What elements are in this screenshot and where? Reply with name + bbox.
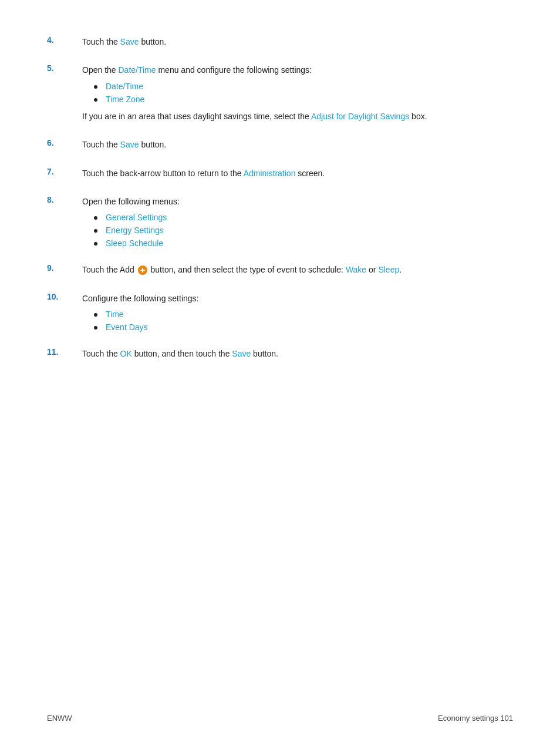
time-bullet-text: Time — [106, 310, 124, 319]
step-11: 11. Touch the OK button, and then touch … — [47, 347, 458, 365]
step-number-5: 5. — [47, 63, 82, 73]
step-content-9: Touch the Add button, and then select th… — [82, 263, 458, 281]
step-8-text: Open the following menus: — [82, 195, 458, 208]
general-settings-text: General Settings — [106, 213, 167, 222]
footer-right: Economy settings 101 — [438, 714, 513, 723]
step-8: 8. Open the following menus: General Set… — [47, 195, 458, 253]
step-8-bullets: General Settings Energy Settings Sleep S… — [94, 213, 458, 248]
bullet-dot — [94, 98, 97, 102]
general-settings-link[interactable]: General Settings — [106, 213, 167, 222]
list-item: Event Days — [94, 322, 458, 332]
step-content-10: Configure the following settings: Time E… — [82, 292, 458, 337]
wake-link[interactable]: Wake — [346, 265, 366, 274]
bullet-dot — [94, 313, 97, 317]
bullet-dot — [94, 85, 97, 89]
list-item: Date/Time — [94, 82, 458, 91]
sleep-link[interactable]: Sleep — [378, 265, 399, 274]
step-5-text: Open the Date/Time menu and configure th… — [82, 63, 458, 76]
bullet-dot — [94, 216, 97, 220]
list-item: Time — [94, 310, 458, 319]
step-4-text: Touch the Save button. — [82, 35, 458, 48]
step-6-text: Touch the Save button. — [82, 138, 458, 151]
bullet-dot — [94, 229, 97, 233]
step-list: 4. Touch the Save button. 5. Open the Da… — [47, 35, 458, 365]
step-5-note: If you are in an area that uses daylight… — [82, 110, 458, 123]
sleep-schedule-text: Sleep Schedule — [106, 238, 163, 248]
timezone-link[interactable]: Time Zone — [106, 95, 144, 104]
ok-link[interactable]: OK — [120, 349, 132, 358]
step-5-bullets: Date/Time Time Zone — [94, 82, 458, 104]
footer-left: ENWW — [47, 714, 72, 723]
step-content-8: Open the following menus: General Settin… — [82, 195, 458, 253]
list-item: Sleep Schedule — [94, 238, 458, 248]
step-7-text: Touch the back-arrow button to return to… — [82, 167, 458, 180]
step-content-6: Touch the Save button. — [82, 138, 458, 156]
datetime-bullet-text: Date/Time — [106, 82, 143, 91]
step-11-text: Touch the OK button, and then touch the … — [82, 347, 458, 360]
step-7: 7. Touch the back-arrow button to return… — [47, 167, 458, 184]
step-content-7: Touch the back-arrow button to return to… — [82, 167, 458, 184]
timezone-bullet-text: Time Zone — [106, 95, 144, 104]
step-10: 10. Configure the following settings: Ti… — [47, 292, 458, 337]
step-number-7: 7. — [47, 167, 82, 176]
step-6: 6. Touch the Save button. — [47, 138, 458, 156]
step-content-11: Touch the OK button, and then touch the … — [82, 347, 458, 365]
step-number-8: 8. — [47, 195, 82, 204]
step-content-5: Open the Date/Time menu and configure th… — [82, 63, 458, 127]
time-link[interactable]: Time — [106, 310, 124, 319]
energy-settings-text: Energy Settings — [106, 226, 164, 235]
step-9-text: Touch the Add button, and then select th… — [82, 263, 458, 276]
step-number-4: 4. — [47, 35, 82, 45]
add-icon — [138, 266, 147, 275]
event-days-bullet-text: Event Days — [106, 322, 148, 332]
list-item: Time Zone — [94, 95, 458, 104]
save-link-2[interactable]: Save — [120, 140, 139, 149]
save-link-3[interactable]: Save — [232, 349, 251, 358]
bullet-dot — [94, 326, 97, 330]
step-number-6: 6. — [47, 138, 82, 147]
step-content-4: Touch the Save button. — [82, 35, 458, 53]
bullet-dot — [94, 242, 97, 246]
adjust-daylight-link[interactable]: Adjust for Daylight Savings — [311, 112, 409, 121]
datetime-menu-link[interactable]: Date/Time — [119, 65, 156, 75]
energy-settings-link[interactable]: Energy Settings — [106, 226, 164, 235]
administration-link[interactable]: Administration — [244, 169, 296, 178]
event-days-link[interactable]: Event Days — [106, 322, 148, 332]
step-number-9: 9. — [47, 263, 82, 273]
sleep-schedule-link[interactable]: Sleep Schedule — [106, 238, 163, 248]
step-number-10: 10. — [47, 292, 82, 301]
footer: ENWW Economy settings 101 — [0, 714, 560, 723]
datetime-link[interactable]: Date/Time — [106, 82, 143, 91]
step-number-11: 11. — [47, 347, 82, 357]
step-10-text: Configure the following settings: — [82, 292, 458, 305]
list-item: Energy Settings — [94, 226, 458, 235]
step-9: 9. Touch the Add button, and then select… — [47, 263, 458, 281]
page-content: 4. Touch the Save button. 5. Open the Da… — [0, 0, 505, 423]
step-4: 4. Touch the Save button. — [47, 35, 458, 53]
step-5: 5. Open the Date/Time menu and configure… — [47, 63, 458, 127]
list-item: General Settings — [94, 213, 458, 222]
step-10-bullets: Time Event Days — [94, 310, 458, 332]
save-link-1[interactable]: Save — [120, 37, 139, 46]
